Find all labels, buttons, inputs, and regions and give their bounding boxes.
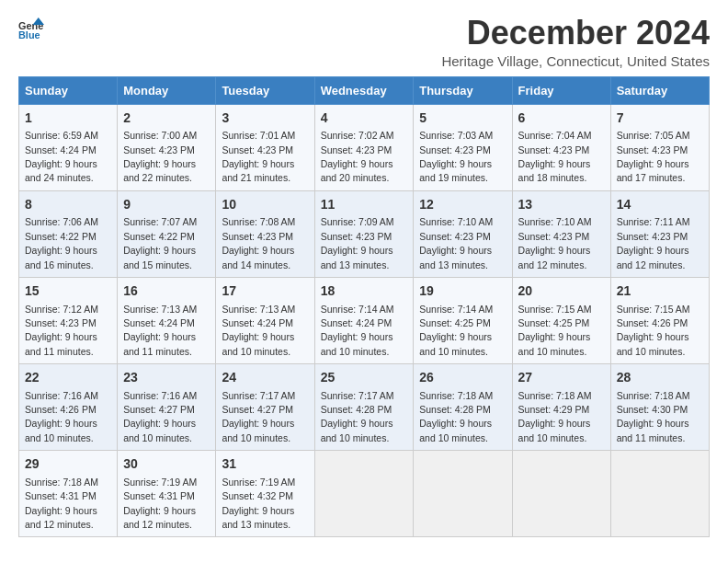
day-info: Sunrise: 7:03 AMSunset: 4:23 PMDaylight:…: [419, 130, 493, 183]
day-number: 18: [321, 282, 408, 301]
day-info: Sunrise: 7:13 AMSunset: 4:24 PMDaylight:…: [222, 304, 295, 357]
calendar-cell: 26 Sunrise: 7:18 AMSunset: 4:28 PMDaylig…: [414, 364, 512, 451]
calendar-cell: [414, 451, 512, 537]
day-info: Sunrise: 7:14 AMSunset: 4:25 PMDaylight:…: [419, 304, 493, 357]
calendar-week-row: 29 Sunrise: 7:18 AMSunset: 4:31 PMDaylig…: [19, 451, 710, 537]
day-number: 26: [419, 369, 506, 387]
day-info: Sunrise: 7:19 AMSunset: 4:32 PMDaylight:…: [222, 477, 295, 530]
day-info: Sunrise: 7:00 AMSunset: 4:23 PMDaylight:…: [123, 130, 197, 183]
day-info: Sunrise: 7:15 AMSunset: 4:26 PMDaylight:…: [617, 304, 690, 357]
calendar-cell: 2 Sunrise: 7:00 AMSunset: 4:23 PMDayligh…: [118, 104, 216, 190]
calendar-cell: 11 Sunrise: 7:09 AMSunset: 4:23 PMDaylig…: [314, 190, 414, 277]
col-monday: Monday: [118, 76, 216, 104]
svg-text:Blue: Blue: [18, 29, 40, 40]
col-tuesday: Tuesday: [216, 76, 314, 104]
calendar-table: Sunday Monday Tuesday Wednesday Thursday…: [18, 76, 710, 538]
day-info: Sunrise: 7:04 AMSunset: 4:23 PMDaylight:…: [518, 130, 592, 183]
calendar-cell: 25 Sunrise: 7:17 AMSunset: 4:28 PMDaylig…: [314, 364, 414, 451]
calendar-cell: 19 Sunrise: 7:14 AMSunset: 4:25 PMDaylig…: [414, 277, 512, 363]
calendar-cell: 15 Sunrise: 7:12 AMSunset: 4:23 PMDaylig…: [19, 277, 118, 363]
calendar-cell: 17 Sunrise: 7:13 AMSunset: 4:24 PMDaylig…: [216, 277, 314, 363]
calendar-cell: 9 Sunrise: 7:07 AMSunset: 4:22 PMDayligh…: [118, 190, 216, 277]
col-friday: Friday: [512, 76, 610, 104]
day-info: Sunrise: 7:08 AMSunset: 4:23 PMDaylight:…: [222, 216, 295, 270]
day-number: 12: [419, 196, 506, 214]
calendar-cell: 3 Sunrise: 7:01 AMSunset: 4:23 PMDayligh…: [216, 104, 314, 190]
day-number: 30: [123, 455, 210, 474]
day-info: Sunrise: 7:10 AMSunset: 4:23 PMDaylight:…: [518, 216, 592, 270]
logo: General Blue: [18, 15, 44, 40]
day-number: 15: [25, 282, 111, 301]
calendar-cell: 23 Sunrise: 7:16 AMSunset: 4:27 PMDaylig…: [118, 364, 216, 451]
day-number: 21: [617, 282, 703, 301]
calendar-cell: 21 Sunrise: 7:15 AMSunset: 4:26 PMDaylig…: [610, 277, 709, 363]
calendar-header-row: Sunday Monday Tuesday Wednesday Thursday…: [19, 76, 710, 104]
day-number: 8: [25, 196, 111, 214]
day-info: Sunrise: 7:16 AMSunset: 4:27 PMDaylight:…: [123, 390, 197, 443]
day-number: 4: [321, 109, 408, 128]
calendar-cell: 28 Sunrise: 7:18 AMSunset: 4:30 PMDaylig…: [610, 364, 709, 451]
day-number: 16: [123, 282, 210, 301]
calendar-cell: 24 Sunrise: 7:17 AMSunset: 4:27 PMDaylig…: [216, 364, 314, 451]
col-wednesday: Wednesday: [314, 76, 414, 104]
calendar-cell: 12 Sunrise: 7:10 AMSunset: 4:23 PMDaylig…: [414, 190, 512, 277]
day-info: Sunrise: 7:13 AMSunset: 4:24 PMDaylight:…: [123, 304, 197, 357]
calendar-cell: 7 Sunrise: 7:05 AMSunset: 4:23 PMDayligh…: [610, 104, 709, 190]
day-info: Sunrise: 7:02 AMSunset: 4:23 PMDaylight:…: [321, 130, 394, 183]
day-number: 17: [222, 282, 308, 301]
day-info: Sunrise: 7:15 AMSunset: 4:25 PMDaylight:…: [518, 304, 592, 357]
day-number: 22: [25, 369, 111, 387]
calendar-week-row: 15 Sunrise: 7:12 AMSunset: 4:23 PMDaylig…: [19, 277, 710, 363]
day-info: Sunrise: 7:18 AMSunset: 4:29 PMDaylight:…: [518, 390, 592, 443]
calendar-week-row: 8 Sunrise: 7:06 AMSunset: 4:22 PMDayligh…: [19, 190, 710, 277]
day-number: 31: [222, 455, 308, 474]
day-info: Sunrise: 7:18 AMSunset: 4:28 PMDaylight:…: [419, 390, 493, 443]
col-saturday: Saturday: [610, 76, 709, 104]
day-number: 7: [617, 109, 703, 128]
day-number: 5: [419, 109, 506, 128]
day-number: 11: [321, 196, 408, 214]
day-number: 6: [518, 109, 605, 128]
day-info: Sunrise: 7:18 AMSunset: 4:30 PMDaylight:…: [617, 390, 690, 443]
calendar-cell: 31 Sunrise: 7:19 AMSunset: 4:32 PMDaylig…: [216, 451, 314, 537]
subtitle: Heritage Village, Connecticut, United St…: [441, 53, 710, 69]
calendar-cell: 27 Sunrise: 7:18 AMSunset: 4:29 PMDaylig…: [512, 364, 610, 451]
calendar-cell: 1 Sunrise: 6:59 AMSunset: 4:24 PMDayligh…: [19, 104, 118, 190]
day-number: 14: [617, 196, 703, 214]
day-number: 20: [518, 282, 605, 301]
day-info: Sunrise: 7:12 AMSunset: 4:23 PMDaylight:…: [25, 304, 98, 357]
day-number: 23: [123, 369, 210, 387]
day-info: Sunrise: 6:59 AMSunset: 4:24 PMDaylight:…: [25, 130, 98, 183]
day-info: Sunrise: 7:17 AMSunset: 4:28 PMDaylight:…: [321, 390, 394, 443]
calendar-cell: 16 Sunrise: 7:13 AMSunset: 4:24 PMDaylig…: [118, 277, 216, 363]
calendar-cell: 18 Sunrise: 7:14 AMSunset: 4:24 PMDaylig…: [314, 277, 414, 363]
calendar-cell: 13 Sunrise: 7:10 AMSunset: 4:23 PMDaylig…: [512, 190, 610, 277]
calendar-week-row: 1 Sunrise: 6:59 AMSunset: 4:24 PMDayligh…: [19, 104, 710, 190]
day-info: Sunrise: 7:05 AMSunset: 4:23 PMDaylight:…: [617, 130, 690, 183]
day-info: Sunrise: 7:01 AMSunset: 4:23 PMDaylight:…: [222, 130, 295, 183]
calendar-cell: 20 Sunrise: 7:15 AMSunset: 4:25 PMDaylig…: [512, 277, 610, 363]
calendar-week-row: 22 Sunrise: 7:16 AMSunset: 4:26 PMDaylig…: [19, 364, 710, 451]
day-number: 29: [25, 455, 111, 474]
day-info: Sunrise: 7:17 AMSunset: 4:27 PMDaylight:…: [222, 390, 295, 443]
day-info: Sunrise: 7:14 AMSunset: 4:24 PMDaylight:…: [321, 304, 394, 357]
calendar-cell: 10 Sunrise: 7:08 AMSunset: 4:23 PMDaylig…: [216, 190, 314, 277]
day-info: Sunrise: 7:09 AMSunset: 4:23 PMDaylight:…: [321, 216, 394, 270]
main-title: December 2024: [441, 15, 710, 52]
page-header: General Blue December 2024 Heritage Vill…: [18, 15, 710, 69]
day-number: 27: [518, 369, 605, 387]
calendar-cell: 30 Sunrise: 7:19 AMSunset: 4:31 PMDaylig…: [118, 451, 216, 537]
day-number: 13: [518, 196, 605, 214]
day-number: 19: [419, 282, 506, 301]
calendar-cell: 29 Sunrise: 7:18 AMSunset: 4:31 PMDaylig…: [19, 451, 118, 537]
day-info: Sunrise: 7:06 AMSunset: 4:22 PMDaylight:…: [25, 216, 98, 270]
day-info: Sunrise: 7:11 AMSunset: 4:23 PMDaylight:…: [617, 216, 690, 270]
logo-icon: General Blue: [18, 15, 44, 40]
col-sunday: Sunday: [19, 76, 118, 104]
calendar-cell: 6 Sunrise: 7:04 AMSunset: 4:23 PMDayligh…: [512, 104, 610, 190]
calendar-cell: 4 Sunrise: 7:02 AMSunset: 4:23 PMDayligh…: [314, 104, 414, 190]
day-info: Sunrise: 7:16 AMSunset: 4:26 PMDaylight:…: [25, 390, 98, 443]
day-number: 28: [617, 369, 703, 387]
calendar-cell: 8 Sunrise: 7:06 AMSunset: 4:22 PMDayligh…: [19, 190, 118, 277]
title-block: December 2024 Heritage Village, Connecti…: [441, 15, 710, 69]
